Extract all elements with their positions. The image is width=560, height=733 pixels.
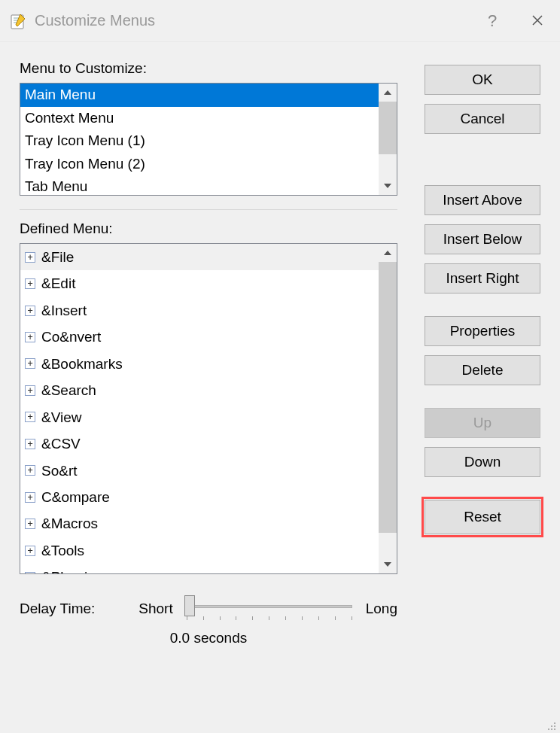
slider-ticks — [187, 616, 352, 620]
resize-grip[interactable] — [545, 719, 557, 731]
menu-list-item[interactable]: Tab Menu — [20, 175, 379, 195]
reset-button[interactable]: Reset — [425, 500, 540, 534]
ok-button[interactable]: OK — [425, 65, 540, 95]
app-icon — [9, 12, 27, 30]
expand-icon[interactable]: + — [25, 492, 35, 503]
expand-icon[interactable]: + — [25, 465, 35, 476]
cancel-button[interactable]: Cancel — [425, 104, 540, 134]
tree-item[interactable]: +&Bookmarks — [20, 351, 379, 377]
delay-time-label: Delay Time: — [20, 601, 95, 617]
svg-point-8 — [551, 728, 552, 730]
tree-item[interactable]: +So&rt — [20, 458, 379, 484]
slider-thumb[interactable] — [184, 595, 195, 616]
expand-icon[interactable]: + — [25, 546, 35, 556]
expand-icon[interactable]: + — [25, 385, 35, 396]
svg-point-6 — [554, 725, 555, 727]
tree-item-label: &Search — [41, 379, 96, 401]
delete-button[interactable]: Delete — [425, 355, 540, 385]
tree-item[interactable]: +&File — [20, 244, 379, 270]
scroll-thumb[interactable] — [379, 262, 397, 533]
scrollbar[interactable] — [379, 84, 397, 195]
expand-icon[interactable]: + — [25, 412, 35, 422]
tree-item[interactable]: +Co&nvert — [20, 324, 379, 350]
tree-item[interactable]: +&Macros — [20, 510, 379, 537]
tree-item-label: &File — [41, 246, 74, 268]
properties-button[interactable]: Properties — [425, 316, 540, 346]
close-button[interactable] — [515, 0, 560, 42]
tree-item[interactable]: +&Insert — [20, 297, 379, 324]
delay-short-label: Short — [138, 601, 172, 617]
insert-right-button[interactable]: Insert Right — [425, 263, 540, 294]
help-button[interactable]: ? — [470, 0, 515, 42]
expand-icon[interactable]: + — [25, 439, 35, 449]
menu-list-item[interactable]: Tray Icon Menu (2) — [20, 153, 379, 176]
expand-icon[interactable]: + — [25, 306, 35, 316]
menu-to-customize-label: Menu to Customize: — [20, 60, 397, 77]
menu-list-item[interactable]: Tray Icon Menu (1) — [20, 129, 379, 153]
menu-list-item[interactable]: Main Menu — [20, 84, 379, 107]
tree-item-label: &Insert — [41, 300, 87, 321]
tree-item[interactable]: +&Search — [20, 377, 379, 403]
delay-slider[interactable] — [187, 595, 352, 622]
divider — [20, 209, 397, 210]
insert-below-button[interactable]: Insert Below — [425, 224, 540, 254]
expand-icon[interactable]: + — [25, 572, 35, 573]
defined-menu-tree[interactable]: +&File+&Edit+&Insert+Co&nvert+&Bookmarks… — [20, 243, 397, 574]
tree-item[interactable]: +&Plug-ins — [20, 564, 379, 573]
svg-point-7 — [548, 728, 549, 730]
up-button: Up — [425, 408, 540, 438]
tree-item-label: &View — [41, 406, 82, 428]
tree-item-label: Co&nvert — [41, 326, 101, 348]
menu-list-item[interactable]: Context Menu — [20, 107, 379, 130]
expand-icon[interactable]: + — [25, 252, 35, 263]
svg-point-5 — [551, 725, 552, 727]
expand-icon[interactable]: + — [25, 332, 35, 342]
scrollbar[interactable] — [379, 244, 397, 573]
tree-item[interactable]: +&Edit — [20, 270, 379, 297]
tree-item-label: &Tools — [41, 540, 84, 561]
scroll-down-icon[interactable] — [379, 555, 397, 573]
tree-item-label: &Plug-ins — [41, 566, 102, 573]
help-icon: ? — [488, 11, 497, 31]
tree-item[interactable]: +C&ompare — [20, 484, 379, 510]
scroll-up-icon[interactable] — [379, 84, 397, 102]
menu-to-customize-list[interactable]: Main MenuContext MenuTray Icon Menu (1)T… — [20, 83, 397, 196]
defined-menu-label: Defined Menu: — [20, 221, 397, 237]
scroll-down-icon[interactable] — [379, 177, 397, 195]
tree-item-label: &CSV — [41, 433, 81, 455]
expand-icon[interactable]: + — [25, 519, 35, 529]
tree-item-label: So&rt — [41, 460, 78, 482]
title-bar: Customize Menus ? — [0, 0, 560, 42]
tree-item[interactable]: +&View — [20, 404, 379, 430]
tree-item-label: C&ompare — [41, 486, 110, 508]
tree-item-label: &Edit — [41, 272, 75, 294]
svg-point-9 — [554, 728, 555, 730]
tree-item[interactable]: +&CSV — [20, 430, 379, 457]
expand-icon[interactable]: + — [25, 358, 35, 369]
expand-icon[interactable]: + — [25, 278, 35, 289]
scroll-thumb[interactable] — [379, 102, 397, 154]
close-icon — [531, 11, 543, 31]
tree-item-label: &Macros — [41, 512, 98, 534]
scroll-up-icon[interactable] — [379, 244, 397, 262]
slider-track — [187, 605, 352, 608]
tree-item[interactable]: +&Tools — [20, 537, 379, 564]
delay-value: 0.0 seconds — [20, 630, 397, 646]
down-button[interactable]: Down — [425, 447, 540, 477]
insert-above-button[interactable]: Insert Above — [425, 185, 540, 215]
svg-point-4 — [554, 722, 555, 724]
delay-long-label: Long — [366, 601, 397, 617]
window-title: Customize Menus — [35, 12, 155, 29]
tree-item-label: &Bookmarks — [41, 353, 123, 375]
